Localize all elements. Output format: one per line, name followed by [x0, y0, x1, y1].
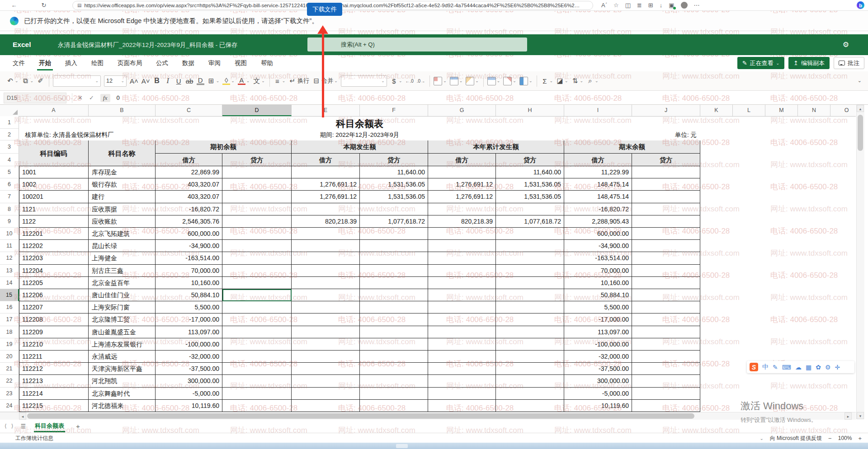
cell-C14[interactable]: 10,160.00	[156, 277, 222, 289]
row-header-18[interactable]: 18	[0, 326, 19, 338]
borders-button[interactable]: ⊞⌄	[208, 77, 220, 85]
cell-E15[interactable]	[292, 289, 360, 301]
cell-B18[interactable]: 唐山釜胤盛五金	[89, 326, 156, 338]
favorites-star-icon[interactable]: ☆	[613, 2, 619, 9]
alignment-button[interactable]: ≡⌄	[274, 77, 286, 85]
format-as-table-button[interactable]: ⌄	[450, 77, 463, 85]
status-chevron-icon[interactable]: ⌄	[760, 436, 763, 441]
zoom-level[interactable]: 100%	[838, 435, 852, 441]
cell-C16[interactable]: 5,500.00	[156, 301, 222, 313]
cell-C6[interactable]: 403,320.07	[156, 178, 222, 191]
cell-D15[interactable]	[222, 289, 292, 301]
cell-G7[interactable]: 1,276,691.12	[428, 191, 496, 203]
sheet-tab-active[interactable]: 科目余额表	[34, 419, 65, 433]
ime-keyboard-icon[interactable]: ⌨	[782, 364, 791, 371]
paste-button[interactable]: ⧉⌄	[22, 77, 34, 85]
settings-dots-icon[interactable]: ⋯	[694, 2, 700, 9]
cell-D16[interactable]	[222, 301, 292, 313]
row-header-8[interactable]: 8	[0, 203, 19, 215]
column-header-B[interactable]: B	[89, 105, 156, 116]
settings-gear-icon[interactable]: ⚙	[843, 40, 849, 49]
cell-J24[interactable]	[632, 400, 700, 412]
cell-F24[interactable]	[360, 400, 428, 412]
cell-A16[interactable]: 112207	[19, 301, 89, 313]
cell-H14[interactable]	[496, 277, 564, 289]
undo-button[interactable]: ↶⌄	[6, 77, 19, 85]
cell-A18[interactable]: 112209	[19, 326, 89, 338]
cell-B10[interactable]: 北京飞拓建筑	[89, 228, 156, 240]
cell-H23[interactable]	[496, 388, 564, 400]
search-input[interactable]: 搜索(Alt + Q)	[307, 37, 527, 51]
cell-I17[interactable]: -17,000.00	[564, 313, 632, 326]
cell-A13[interactable]: 112204	[19, 265, 89, 277]
cell-E10[interactable]	[292, 228, 360, 240]
column-header-J[interactable]: J	[632, 105, 700, 116]
cell-E24[interactable]	[292, 400, 360, 412]
cell-D6[interactable]	[222, 178, 292, 191]
document-title[interactable]: 永清县金锐保温材料厂_2022年12月-2023年9月_科目余额 - 已保存	[58, 41, 238, 49]
horizontal-scroll-thumb[interactable]	[27, 413, 694, 419]
cell-A5[interactable]: 1001	[19, 166, 89, 178]
ribbon-tab-文件[interactable]: 文件	[12, 59, 26, 67]
cell-B15[interactable]: 唐山佳佳门业	[89, 289, 156, 301]
column-header-O[interactable]: O	[830, 105, 856, 116]
font-color-button[interactable]: A⌄	[238, 77, 250, 85]
cell-D20[interactable]	[222, 351, 292, 363]
clear-button[interactable]: ◪⌄	[556, 77, 568, 85]
next-sheet-icon[interactable]: ⟩	[11, 423, 14, 429]
cell-B23[interactable]: 北京舞鑫时代	[89, 388, 156, 400]
wrap-text-button[interactable]: ↵换行	[288, 77, 309, 85]
cell-B11[interactable]: 昆山长绿	[89, 240, 156, 252]
decrease-font-size-button[interactable]: A˅	[142, 77, 150, 85]
row-header-17[interactable]: 17	[0, 313, 19, 326]
cell-F5[interactable]: 11,640.00	[360, 166, 428, 178]
cell-D7[interactable]	[222, 191, 292, 203]
cell-C15[interactable]: 50,884.10	[156, 289, 222, 301]
cell-G14[interactable]	[428, 277, 496, 289]
cell-H11[interactable]	[496, 240, 564, 252]
cell-C11[interactable]: -34,900.00	[156, 240, 222, 252]
row-header-13[interactable]: 13	[0, 265, 19, 277]
cell-A23[interactable]: 112214	[19, 388, 89, 400]
ime-symbols-icon[interactable]: ▦	[806, 364, 811, 371]
cell-I18[interactable]: 113,097.00	[564, 326, 632, 338]
increase-font-size-button[interactable]: A˄	[130, 77, 138, 85]
cell-I10[interactable]: 600,000.00	[564, 228, 632, 240]
cell-J16[interactable]	[632, 301, 700, 313]
scroll-up-icon[interactable]: ▴	[857, 105, 864, 112]
add-collection-icon[interactable]: ⊞	[648, 2, 653, 9]
cell-J21[interactable]	[632, 363, 700, 375]
cell-I7[interactable]: 148,475.14	[564, 191, 632, 203]
row-header-15[interactable]: 15	[0, 289, 19, 301]
cell-H24[interactable]	[496, 400, 564, 412]
find-button[interactable]: ⌕⌄	[586, 77, 599, 85]
scroll-down-icon[interactable]: ▾	[857, 412, 864, 419]
cell-A21[interactable]: 112212	[19, 363, 89, 375]
cell-G16[interactable]	[428, 301, 496, 313]
horizontal-scrollbar[interactable]: ◂ ▸	[0, 412, 856, 420]
cell-F15[interactable]	[360, 289, 428, 301]
ribbon-tab-帮助[interactable]: 帮助	[260, 59, 274, 67]
copilot-icon[interactable]: b	[857, 1, 864, 9]
cell-G24[interactable]	[428, 400, 496, 412]
row-header-20[interactable]: 20	[0, 351, 19, 363]
cell-E14[interactable]	[292, 277, 360, 289]
ribbon-tab-公式[interactable]: 公式	[155, 59, 169, 67]
header-group-3[interactable]: 本年累计发生额	[428, 140, 564, 154]
cell-B21[interactable]: 天津滨海新区平鑫	[89, 363, 156, 375]
cell-F22[interactable]	[360, 375, 428, 387]
cell-C17[interactable]: -17,000.00	[156, 313, 222, 326]
cell-C18[interactable]: 113,097.00	[156, 326, 222, 338]
cell-H5[interactable]: 11,640.00	[496, 166, 564, 178]
cell-J14[interactable]	[632, 277, 700, 289]
cell-B9[interactable]: 应收账款	[89, 215, 156, 228]
cell-C21[interactable]: -37,500.00	[156, 363, 222, 375]
cell-E9[interactable]: 820,218.39	[292, 215, 360, 228]
row-header-9[interactable]: 9	[0, 215, 19, 228]
cell-E19[interactable]	[292, 338, 360, 351]
format-cells-button[interactable]: ⌄	[519, 77, 533, 85]
cell-B14[interactable]: 北京金益百年	[89, 277, 156, 289]
zoom-in-button[interactable]: +	[858, 435, 862, 442]
cell-A20[interactable]: 112211	[19, 351, 89, 363]
downloads-icon[interactable]: ↓	[660, 2, 663, 9]
